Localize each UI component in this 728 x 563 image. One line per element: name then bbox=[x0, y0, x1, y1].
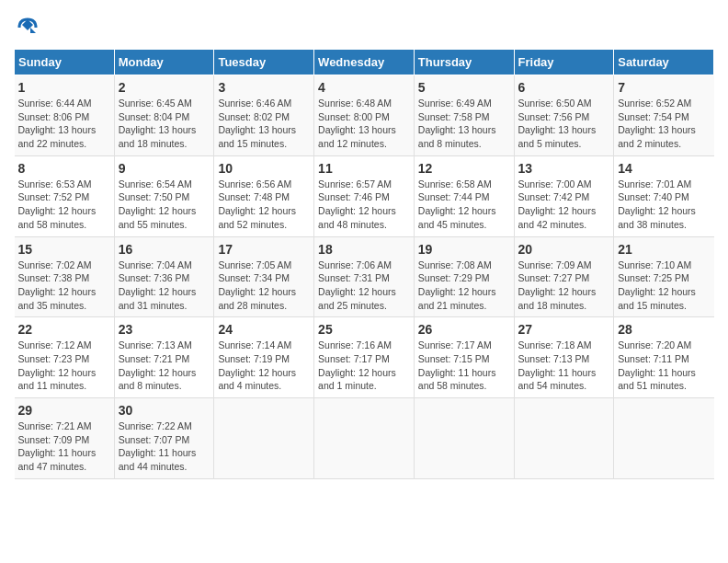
day-details: Sunrise: 7:12 AMSunset: 7:23 PMDaylight:… bbox=[18, 339, 97, 391]
calendar-header: SundayMondayTuesdayWednesdayThursdayFrid… bbox=[15, 50, 714, 75]
day-cell: 6Sunrise: 6:50 AMSunset: 7:56 PMDaylight… bbox=[514, 75, 614, 156]
day-cell: 22Sunrise: 7:12 AMSunset: 7:23 PMDayligh… bbox=[15, 317, 115, 398]
day-cell: 7Sunrise: 6:52 AMSunset: 7:54 PMDaylight… bbox=[614, 75, 714, 156]
day-cell: 17Sunrise: 7:05 AMSunset: 7:34 PMDayligh… bbox=[214, 236, 314, 317]
day-details: Sunrise: 7:18 AMSunset: 7:13 PMDaylight:… bbox=[518, 339, 597, 391]
day-details: Sunrise: 6:50 AMSunset: 7:56 PMDaylight:… bbox=[518, 98, 597, 149]
day-details: Sunrise: 6:44 AMSunset: 8:06 PMDaylight:… bbox=[18, 98, 97, 149]
week-row-3: 15Sunrise: 7:02 AMSunset: 7:38 PMDayligh… bbox=[15, 236, 714, 317]
day-number: 28 bbox=[618, 322, 710, 337]
day-number: 5 bbox=[418, 80, 510, 95]
day-details: Sunrise: 6:56 AMSunset: 7:48 PMDaylight:… bbox=[218, 178, 296, 230]
day-cell: 5Sunrise: 6:49 AMSunset: 7:58 PMDaylight… bbox=[414, 75, 514, 156]
day-cell: 16Sunrise: 7:04 AMSunset: 7:36 PMDayligh… bbox=[114, 236, 214, 317]
day-cell: 15Sunrise: 7:02 AMSunset: 7:38 PMDayligh… bbox=[15, 236, 115, 317]
day-number: 18 bbox=[318, 242, 410, 257]
week-row-4: 22Sunrise: 7:12 AMSunset: 7:23 PMDayligh… bbox=[15, 317, 714, 398]
day-details: Sunrise: 6:48 AMSunset: 8:00 PMDaylight:… bbox=[318, 98, 396, 149]
day-details: Sunrise: 6:58 AMSunset: 7:44 PMDaylight:… bbox=[418, 178, 496, 230]
day-cell: 1Sunrise: 6:44 AMSunset: 8:06 PMDaylight… bbox=[15, 75, 115, 156]
day-cell: 18Sunrise: 7:06 AMSunset: 7:31 PMDayligh… bbox=[314, 236, 415, 317]
day-details: Sunrise: 7:01 AMSunset: 7:40 PMDaylight:… bbox=[618, 178, 696, 230]
day-cell: 21Sunrise: 7:10 AMSunset: 7:25 PMDayligh… bbox=[614, 236, 714, 317]
day-cell: 29Sunrise: 7:21 AMSunset: 7:09 PMDayligh… bbox=[15, 398, 115, 479]
day-cell: 8Sunrise: 6:53 AMSunset: 7:52 PMDaylight… bbox=[15, 155, 115, 236]
logo-icon bbox=[14, 14, 41, 41]
day-details: Sunrise: 6:45 AMSunset: 8:04 PMDaylight:… bbox=[119, 98, 197, 149]
day-cell: 14Sunrise: 7:01 AMSunset: 7:40 PMDayligh… bbox=[614, 155, 714, 236]
header-cell-monday: Monday bbox=[114, 50, 214, 75]
day-cell: 24Sunrise: 7:14 AMSunset: 7:19 PMDayligh… bbox=[214, 317, 314, 398]
day-cell: 4Sunrise: 6:48 AMSunset: 8:00 PMDaylight… bbox=[314, 75, 415, 156]
day-details: Sunrise: 7:10 AMSunset: 7:25 PMDaylight:… bbox=[618, 259, 696, 311]
day-details: Sunrise: 7:02 AMSunset: 7:38 PMDaylight:… bbox=[18, 259, 97, 311]
day-number: 14 bbox=[618, 161, 710, 176]
calendar-body: 1Sunrise: 6:44 AMSunset: 8:06 PMDaylight… bbox=[15, 75, 714, 479]
day-details: Sunrise: 7:20 AMSunset: 7:11 PMDaylight:… bbox=[618, 339, 696, 391]
day-number: 10 bbox=[218, 161, 310, 176]
day-number: 8 bbox=[18, 161, 110, 176]
day-cell: 19Sunrise: 7:08 AMSunset: 7:29 PMDayligh… bbox=[414, 236, 514, 317]
day-details: Sunrise: 6:49 AMSunset: 7:58 PMDaylight:… bbox=[418, 98, 496, 149]
day-cell: 28Sunrise: 7:20 AMSunset: 7:11 PMDayligh… bbox=[614, 317, 714, 398]
day-cell bbox=[214, 398, 314, 479]
header-cell-saturday: Saturday bbox=[614, 50, 714, 75]
week-row-5: 29Sunrise: 7:21 AMSunset: 7:09 PMDayligh… bbox=[15, 398, 714, 479]
day-details: Sunrise: 6:54 AMSunset: 7:50 PMDaylight:… bbox=[119, 178, 197, 230]
day-details: Sunrise: 7:21 AMSunset: 7:09 PMDaylight:… bbox=[18, 420, 97, 472]
day-cell: 20Sunrise: 7:09 AMSunset: 7:27 PMDayligh… bbox=[514, 236, 614, 317]
day-number: 19 bbox=[418, 242, 510, 257]
header-cell-friday: Friday bbox=[514, 50, 614, 75]
day-number: 22 bbox=[18, 322, 110, 337]
day-details: Sunrise: 6:52 AMSunset: 7:54 PMDaylight:… bbox=[618, 98, 696, 149]
day-number: 25 bbox=[318, 322, 410, 337]
page-container: SundayMondayTuesdayWednesdayThursdayFrid… bbox=[14, 14, 714, 479]
day-cell: 27Sunrise: 7:18 AMSunset: 7:13 PMDayligh… bbox=[514, 317, 614, 398]
day-details: Sunrise: 6:46 AMSunset: 8:02 PMDaylight:… bbox=[218, 98, 296, 149]
day-cell: 12Sunrise: 6:58 AMSunset: 7:44 PMDayligh… bbox=[414, 155, 514, 236]
day-number: 3 bbox=[218, 80, 310, 95]
week-row-1: 1Sunrise: 6:44 AMSunset: 8:06 PMDaylight… bbox=[15, 75, 714, 156]
day-cell bbox=[614, 398, 714, 479]
day-cell: 26Sunrise: 7:17 AMSunset: 7:15 PMDayligh… bbox=[414, 317, 514, 398]
day-details: Sunrise: 7:14 AMSunset: 7:19 PMDaylight:… bbox=[218, 339, 296, 391]
day-number: 23 bbox=[119, 322, 210, 337]
day-details: Sunrise: 7:09 AMSunset: 7:27 PMDaylight:… bbox=[518, 259, 597, 311]
day-cell bbox=[314, 398, 415, 479]
calendar-table: SundayMondayTuesdayWednesdayThursdayFrid… bbox=[14, 49, 714, 479]
day-number: 21 bbox=[618, 242, 710, 257]
week-row-2: 8Sunrise: 6:53 AMSunset: 7:52 PMDaylight… bbox=[15, 155, 714, 236]
day-details: Sunrise: 7:13 AMSunset: 7:21 PMDaylight:… bbox=[119, 339, 197, 391]
day-details: Sunrise: 7:06 AMSunset: 7:31 PMDaylight:… bbox=[318, 259, 396, 311]
header-cell-wednesday: Wednesday bbox=[314, 50, 415, 75]
day-number: 30 bbox=[119, 403, 210, 418]
logo bbox=[14, 14, 45, 41]
day-details: Sunrise: 7:08 AMSunset: 7:29 PMDaylight:… bbox=[418, 259, 496, 311]
day-number: 7 bbox=[618, 80, 710, 95]
header-cell-tuesday: Tuesday bbox=[214, 50, 314, 75]
day-number: 6 bbox=[518, 80, 610, 95]
header-cell-thursday: Thursday bbox=[414, 50, 514, 75]
day-number: 13 bbox=[518, 161, 610, 176]
day-number: 15 bbox=[18, 242, 110, 257]
day-number: 11 bbox=[318, 161, 410, 176]
day-number: 1 bbox=[18, 80, 110, 95]
day-cell: 9Sunrise: 6:54 AMSunset: 7:50 PMDaylight… bbox=[114, 155, 214, 236]
header-cell-sunday: Sunday bbox=[15, 50, 115, 75]
day-number: 16 bbox=[119, 242, 210, 257]
day-cell: 23Sunrise: 7:13 AMSunset: 7:21 PMDayligh… bbox=[114, 317, 214, 398]
day-number: 2 bbox=[119, 80, 210, 95]
day-details: Sunrise: 6:57 AMSunset: 7:46 PMDaylight:… bbox=[318, 178, 396, 230]
day-cell: 25Sunrise: 7:16 AMSunset: 7:17 PMDayligh… bbox=[314, 317, 415, 398]
day-cell: 13Sunrise: 7:00 AMSunset: 7:42 PMDayligh… bbox=[514, 155, 614, 236]
day-details: Sunrise: 7:05 AMSunset: 7:34 PMDaylight:… bbox=[218, 259, 296, 311]
day-number: 26 bbox=[418, 322, 510, 337]
day-cell: 11Sunrise: 6:57 AMSunset: 7:46 PMDayligh… bbox=[314, 155, 415, 236]
day-details: Sunrise: 7:22 AMSunset: 7:07 PMDaylight:… bbox=[119, 420, 197, 472]
day-details: Sunrise: 7:16 AMSunset: 7:17 PMDaylight:… bbox=[318, 339, 396, 391]
day-number: 29 bbox=[18, 403, 110, 418]
day-number: 12 bbox=[418, 161, 510, 176]
day-number: 9 bbox=[119, 161, 210, 176]
day-cell bbox=[414, 398, 514, 479]
day-details: Sunrise: 7:17 AMSunset: 7:15 PMDaylight:… bbox=[418, 339, 496, 391]
